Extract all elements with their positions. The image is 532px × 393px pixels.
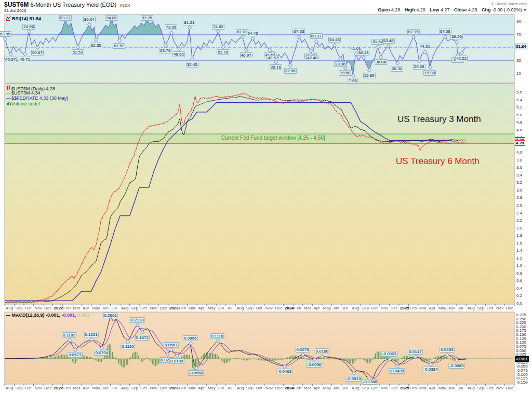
close-value: 4.28 [468, 7, 477, 12]
month-label: Aug [6, 306, 13, 310]
value-label: 0.1221 [84, 332, 98, 337]
value-label: 0.0160 [315, 348, 329, 354]
value-label: 0.0567 [164, 342, 178, 348]
open-label: Open [378, 7, 390, 12]
month-label: Oct [25, 386, 31, 390]
value-label: 19.98 [423, 70, 436, 76]
month-label: Jun [102, 386, 109, 390]
value-label: 0.0275 [296, 347, 310, 353]
price-legend: $UST6M (Daily) 4.28 —$UST3M 4.34 —$$FEDR… [6, 85, 68, 106]
month-label: 2022 [54, 386, 63, 390]
month-label: 2022 [54, 306, 63, 310]
month-label: Jul [112, 386, 117, 390]
value-label: 50.67 [31, 50, 44, 56]
month-label: Jun [448, 306, 455, 310]
price-axis-label: 1.8 [516, 233, 522, 238]
price-axis-label: 4.6 [516, 128, 522, 132]
month-label: Aug [352, 306, 359, 310]
symbol-ticker: $UST6M [4, 1, 29, 8]
value-label: -0.0913 [345, 376, 362, 382]
price-axis-label: 0.8 [516, 271, 522, 276]
rsi-axis-label: 90 [516, 19, 521, 24]
month-label: Jun [332, 386, 339, 390]
month-label: Mar [189, 386, 196, 390]
month-label: Jun [448, 386, 455, 390]
annotation-fed-target-window: Current Fed Fund target window [4.25 - 4… [221, 135, 325, 141]
macd-legend-name: — MACD(12,26,9) -0.001, [6, 313, 60, 318]
close-label: Close [454, 7, 467, 12]
legend-row-volume: Volume undef [6, 101, 68, 106]
month-label: Oct [256, 386, 262, 390]
legend-label-ust3m: $UST3M 4.34 [11, 90, 41, 96]
price-axis-label: 5.6 [516, 90, 522, 94]
price-axis-label: 2.4 [516, 211, 522, 215]
rsi-legend: RSI(14) 51.84 [6, 16, 41, 21]
price-axis-label: 1.4 [516, 248, 522, 253]
chart-header: $UST6M 6-Month US Treasury Yield (EOD) I… [4, 1, 130, 8]
month-label: Nov [381, 386, 388, 390]
month-label: Oct [256, 306, 262, 310]
value-label: 35.13 [357, 50, 369, 56]
value-label: 67.58 [439, 29, 451, 34]
value-label: -0.0003 [381, 351, 397, 357]
month-label: Nov [265, 306, 273, 310]
month-label: Nov [265, 386, 273, 390]
month-label: Apr [83, 386, 89, 390]
month-label: Sep [246, 386, 254, 390]
month-label: Sep [362, 386, 369, 390]
value-label: 53.48 [382, 38, 395, 44]
month-label: 2023 [169, 306, 179, 310]
month-label: Nov [496, 386, 503, 390]
month-label: Dec [275, 306, 282, 310]
month-label: Apr [198, 306, 204, 310]
month-label: Nov [35, 386, 42, 390]
month-label: Nov [35, 306, 42, 310]
value-label: 93.25 [141, 15, 153, 21]
price-axis-label: 0.2 [516, 293, 522, 298]
high-value: 4.29 [416, 7, 425, 12]
month-label: May [438, 386, 446, 390]
value-label: 19.50 [339, 70, 351, 76]
value-label: 60.37 [310, 33, 323, 39]
month-label: Nov [150, 386, 157, 390]
macd-axis-label: -0.150 [516, 380, 528, 385]
legend-label-fedrate: $$FEDRATE 4.33 (30 May) [11, 96, 68, 101]
month-label: Sep [16, 386, 23, 390]
month-label: Feb [294, 386, 301, 390]
month-label: Jul [342, 386, 348, 390]
month-label: Dec [44, 386, 51, 390]
high-label: High [405, 7, 415, 12]
price-axis-label: 1.2 [516, 256, 522, 261]
price-axis-label: 5.2 [516, 105, 522, 110]
month-label: Mar [73, 306, 81, 310]
month-label: Oct [371, 306, 377, 310]
value-label: 22.96 [284, 68, 297, 74]
value-label: 40.57 [4, 57, 17, 62]
value-label: 0.0996 [183, 335, 197, 341]
month-label: Feb [179, 306, 186, 310]
month-label: Jul [227, 386, 232, 390]
value-label: 53.79 [159, 48, 171, 53]
month-label: 2025 [400, 306, 409, 310]
month-label: Jun [102, 306, 109, 310]
value-label: 0.0147 [408, 349, 422, 355]
month-label: Dec [390, 306, 397, 310]
month-label: Jun [217, 386, 224, 390]
macd-hist-value: 0.000 [76, 313, 89, 318]
value-label: 63.95 [0, 31, 11, 37]
price-axis-label: 3.0 [516, 188, 522, 193]
month-label: Dec [506, 386, 513, 390]
month-label: Dec [159, 386, 167, 390]
month-label: Nov [150, 306, 157, 310]
price-axis-label: 2.0 [516, 226, 522, 231]
value-label: 0.1672 [135, 335, 149, 341]
price-axis-label: 3.6 [516, 165, 522, 170]
value-label: 59.26 [450, 34, 463, 39]
price-axis-label: 3.4 [516, 173, 522, 178]
month-label: Sep [477, 386, 484, 390]
value-label: 64.43 [247, 31, 259, 36]
month-label: Mar [419, 306, 427, 310]
price-axis-label: 2.6 [516, 203, 522, 208]
month-label: May [438, 306, 446, 310]
value-label: 44.21 [419, 44, 431, 49]
